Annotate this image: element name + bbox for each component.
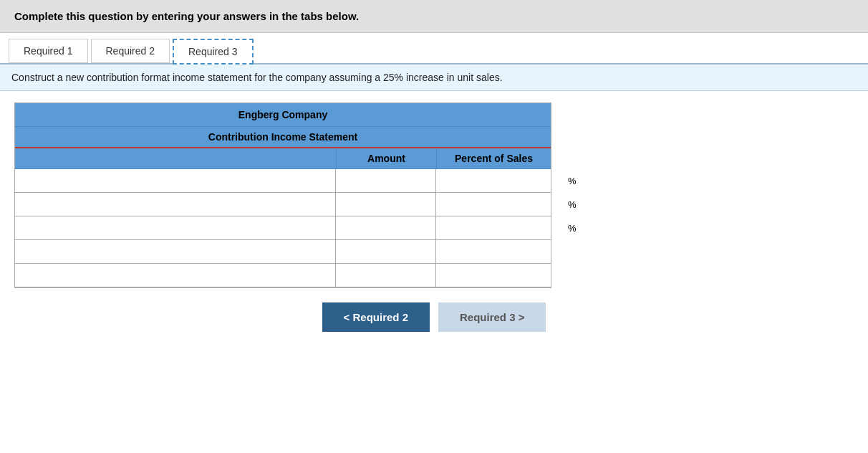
input-label-2[interactable]	[15, 193, 335, 216]
tab-required3[interactable]: Required 3	[173, 39, 254, 65]
cell-percent-2: %	[436, 193, 551, 216]
input-percent-3[interactable]	[440, 216, 566, 239]
input-label-3[interactable]	[15, 216, 335, 239]
percent-sign-3: %	[566, 223, 577, 234]
cell-amount-1	[336, 169, 436, 192]
percent-sign-2: %	[566, 199, 577, 210]
cell-percent-1: %	[436, 169, 551, 192]
col-header-label	[15, 148, 336, 168]
table-row	[15, 264, 551, 287]
income-statement-table: Engberg Company Contribution Income Stat…	[14, 102, 551, 288]
table-row: %	[15, 193, 551, 216]
input-amount-4[interactable]	[336, 240, 435, 263]
input-amount-1[interactable]	[336, 169, 435, 192]
question-text: Construct a new contribution format inco…	[0, 65, 868, 91]
cell-amount-3-empty	[336, 216, 436, 239]
cell-label-1	[15, 169, 336, 192]
input-amount-2[interactable]	[336, 193, 435, 216]
cell-no-percent-5	[436, 264, 551, 287]
input-percent-1[interactable]	[440, 169, 566, 192]
instruction-bar: Complete this question by entering your …	[0, 0, 868, 33]
main-content: Engberg Company Contribution Income Stat…	[0, 91, 868, 343]
cell-percent-3: %	[436, 216, 551, 239]
tab-required2[interactable]: Required 2	[91, 39, 170, 63]
btn-next-required3[interactable]: Required 3 >	[438, 302, 546, 332]
input-label-5[interactable]	[15, 264, 335, 287]
input-percent-2[interactable]	[440, 193, 566, 216]
btn-prev-required2[interactable]: < Required 2	[322, 302, 430, 332]
cell-amount-4	[336, 240, 436, 263]
cell-label-3	[15, 216, 336, 239]
tabs-bar: Required 1 Required 2 Required 3	[0, 33, 868, 65]
column-headers: Amount Percent of Sales	[15, 148, 551, 169]
cell-amount-5-empty	[336, 264, 436, 287]
cell-label-4	[15, 240, 336, 263]
instruction-text: Complete this question by entering your …	[14, 10, 359, 22]
table-row: %	[15, 169, 551, 193]
cell-label-5	[15, 264, 336, 287]
input-label-4[interactable]	[15, 240, 335, 263]
cell-amount-2	[336, 193, 436, 216]
cell-label-2	[15, 193, 336, 216]
table-subtitle: Contribution Income Statement	[15, 127, 551, 148]
input-label-1[interactable]	[15, 169, 335, 192]
cell-no-percent-4	[436, 240, 551, 263]
table-row: %	[15, 216, 551, 240]
table-title: Engberg Company	[15, 103, 551, 127]
col-header-amount: Amount	[336, 148, 436, 168]
footer-buttons: < Required 2 Required 3 >	[14, 302, 854, 332]
tab-required1[interactable]: Required 1	[9, 39, 88, 63]
table-row	[15, 240, 551, 264]
percent-sign-1: %	[566, 176, 577, 186]
col-header-percent: Percent of Sales	[436, 148, 551, 168]
